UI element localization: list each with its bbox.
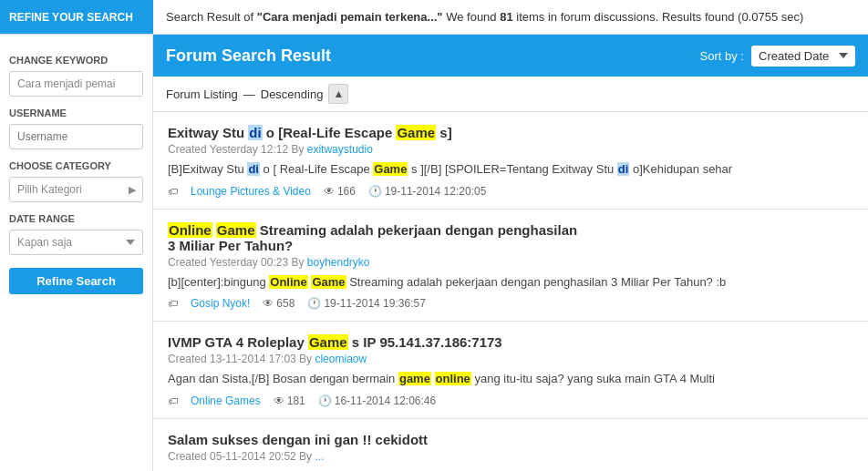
tag-icon [168, 185, 178, 198]
search-count: 81 [500, 10, 512, 24]
highlight: Game [373, 162, 408, 176]
result-meta: Lounge Pictures & Video 👁 166 🕐 19-11-20… [168, 185, 853, 198]
result-meta: Online Games 👁 181 🕐 16-11-2014 12:06:46 [168, 394, 853, 407]
listing-label: Forum Listing [166, 87, 238, 101]
highlight: di [247, 162, 260, 176]
result-created: Created Yesterday 12:12 By exitwaystudio [168, 143, 853, 156]
highlight: Online [269, 275, 307, 289]
result-title-link[interactable]: IVMP GTA 4 Roleplay Game s IP 95.141.37.… [168, 334, 502, 350]
listing-dash: — [243, 87, 255, 101]
result-title: Salam sukses dengan ini gan !! cekidott [168, 432, 853, 447]
highlight: Game [216, 222, 256, 238]
highlight: online [435, 372, 471, 385]
result-created: Created Yesterday 00:23 By boyhendryko [168, 256, 853, 269]
date-range-label: DATE RANGE [9, 213, 143, 224]
results-container: Exitway Stu di o [Real-Life Escape Game … [153, 112, 868, 471]
category-select[interactable]: Pilih Kategori [9, 177, 143, 202]
tag-icon [168, 394, 178, 407]
result-title: Online Game Streaming adalah pekerjaan d… [168, 222, 853, 253]
search-count-suffix: items in forum discussions. Results foun… [516, 10, 803, 24]
clock-icon: 🕐 [307, 297, 321, 310]
sidebar: CHANGE KEYWORD USERNAME CHOOSE CATEGORY … [0, 35, 153, 471]
change-keyword-label: CHANGE KEYWORD [9, 55, 143, 66]
result-snippet: [b][center]:bingung Online Game Streamin… [168, 273, 853, 292]
clock-icon: 🕐 [368, 185, 382, 198]
result-category-link[interactable]: Online Games [191, 394, 261, 407]
result-views: 👁 166 [324, 185, 356, 198]
search-info-bar: Search Result of "Cara menjadi pemain te… [153, 10, 816, 24]
result-views: 👁 181 [274, 394, 305, 407]
highlight: game [398, 372, 431, 385]
result-created: Created 05-11-2014 20:52 By ... [168, 450, 853, 463]
result-title-link[interactable]: Salam sukses dengan ini gan !! cekidott [168, 432, 428, 447]
result-category-link[interactable]: Gosip Nyok! [191, 297, 250, 310]
result-title-link[interactable]: Online Game Streaming adalah pekerjaan d… [168, 222, 577, 253]
sort-by-label: Sort by : [700, 49, 744, 63]
result-date: 🕐 16-11-2014 12:06:46 [318, 394, 436, 407]
highlight: Game [311, 275, 346, 289]
choose-category-label: CHOOSE CATEGORY [9, 160, 143, 171]
keyword-input[interactable] [9, 71, 143, 97]
highlight: di [248, 125, 262, 140]
highlight: Game [308, 334, 348, 350]
forum-title: Forum Search Result [166, 46, 331, 66]
result-item: Online Game Streaming adalah pekerjaan d… [153, 210, 868, 323]
views-icon: 👁 [324, 185, 335, 198]
refine-search-button[interactable]: Refine Search [9, 268, 143, 294]
search-query: "Cara menjadi pemain terkena..." [257, 10, 443, 24]
result-author-link[interactable]: ... [315, 450, 324, 463]
order-toggle-button[interactable]: ▲ [328, 84, 348, 104]
result-date: 🕐 19-11-2014 19:36:57 [307, 297, 425, 310]
result-snippet: [B]Exitway Stu di o [ Real-Life Escape G… [168, 160, 853, 179]
result-views: 👁 658 [263, 297, 294, 310]
tag-icon [168, 297, 178, 310]
views-icon: 👁 [263, 297, 274, 310]
result-author-link[interactable]: boyhendryko [307, 256, 370, 269]
highlight: Game [396, 125, 436, 140]
sort-by-area: Sort by : Created Date Relevance Views [700, 46, 855, 67]
listing-bar: Forum Listing — Descending ▲ [153, 77, 868, 112]
views-icon: 👁 [274, 394, 284, 407]
username-input[interactable] [9, 124, 143, 149]
result-category-link[interactable]: Lounge Pictures & Video [191, 185, 311, 198]
search-found-prefix: We found [446, 10, 500, 24]
search-info-prefix: Search Result of [166, 10, 253, 24]
result-author-link[interactable]: cleomiaow [315, 353, 367, 365]
clock-icon: 🕐 [318, 394, 332, 407]
result-item: IVMP GTA 4 Roleplay Game s IP 95.141.37.… [153, 322, 868, 419]
result-meta: Gosip Nyok! 👁 658 🕐 19-11-2014 19:36:57 [168, 297, 853, 310]
result-author-link[interactable]: exitwaystudio [307, 143, 373, 156]
highlight: di [617, 162, 630, 176]
category-select-wrapper: Pilih Kategori ▶ [9, 177, 143, 202]
refine-header-label: REFINE YOUR SEARCH [9, 11, 133, 24]
result-title: Exitway Stu di o [Real-Life Escape Game … [168, 125, 853, 140]
result-snippet: Agan dan Sista,[/B] Bosan dengan bermain… [168, 370, 853, 388]
result-title: IVMP GTA 4 Roleplay Game s IP 95.141.37.… [168, 334, 853, 350]
result-item: Salam sukses dengan ini gan !! cekidott … [153, 419, 868, 472]
sort-select[interactable]: Created Date Relevance Views [751, 46, 855, 67]
main-content: Forum Search Result Sort by : Created Da… [153, 35, 868, 471]
result-date: 🕐 19-11-2014 12:20:05 [368, 185, 486, 198]
username-label: USERNAME [9, 108, 143, 118]
result-title-link[interactable]: Exitway Stu di o [Real-Life Escape Game … [168, 125, 452, 140]
refine-header: REFINE YOUR SEARCH [0, 0, 153, 34]
listing-order: Descending [261, 87, 324, 101]
highlight: Online [168, 222, 212, 238]
result-item: Exitway Stu di o [Real-Life Escape Game … [153, 112, 868, 210]
forum-header: Forum Search Result Sort by : Created Da… [153, 35, 868, 77]
result-created: Created 13-11-2014 17:03 By cleomiaow [168, 353, 853, 365]
date-range-select[interactable]: Kapan saja [9, 230, 143, 255]
